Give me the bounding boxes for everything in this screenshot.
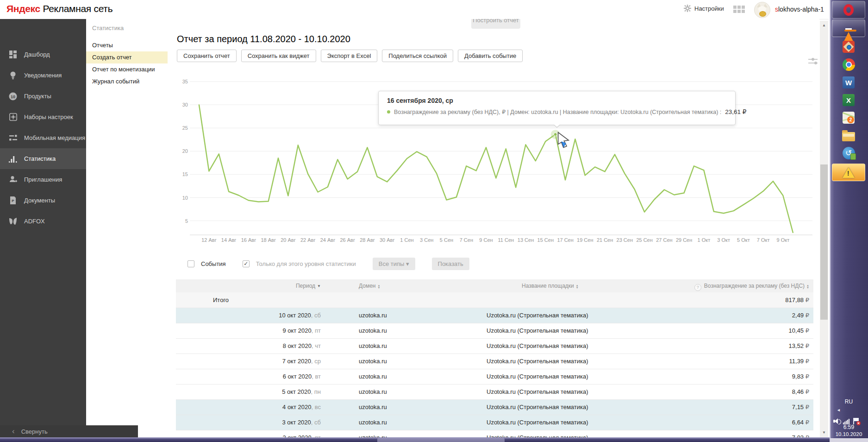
sidebar-item-products[interactable]: 10 Продукты <box>0 86 86 107</box>
adfox-icon <box>8 217 18 226</box>
clock-date[interactable]: 10.10.2020 <box>830 431 868 437</box>
cell-platform: Uzotoka.ru (Строительная тематика) <box>487 354 588 369</box>
scroll-down-arrow[interactable]: ▼ <box>820 429 828 436</box>
chart-settings-sliders-icon[interactable] <box>808 57 818 65</box>
2gis-icon[interactable]: 2 <box>842 111 856 125</box>
events-bar: События ✓ Только для этого уровня статис… <box>187 258 469 270</box>
cell-domain: uzotoka.ru <box>359 415 387 430</box>
scrollbar-thumb[interactable] <box>820 164 828 320</box>
submenu-item-monetization-report[interactable]: Отчет по монетизации <box>86 63 168 76</box>
save-report-button[interactable]: Сохранить отчет <box>177 50 237 62</box>
submenu-item-event-log[interactable]: Журнал событий <box>86 76 168 88</box>
submenu-item-create-report[interactable]: Создать отчет <box>86 51 168 63</box>
svg-text:15 Сен: 15 Сен <box>537 237 554 243</box>
clock-time[interactable]: 6:59 <box>830 424 868 430</box>
svg-text:5: 5 <box>185 218 188 224</box>
yandex-logo[interactable]: Яндекс Рекламная сеть <box>6 3 112 14</box>
vlc-taskbar-button[interactable] <box>832 19 865 37</box>
cell-platform: Uzotoka.ru (Строительная тематика) <box>487 400 588 415</box>
submenu-item-reports[interactable]: Отчеты <box>86 39 168 51</box>
sidebar-collapse-button[interactable]: ‹ Свернуть <box>0 425 138 437</box>
table-row: 9 окт 2020, птuzotoka.ruUzotoka.ru (Стро… <box>176 323 813 338</box>
avatar[interactable] <box>754 2 770 18</box>
cell-period: 9 окт 2020, пт <box>176 323 321 338</box>
settings-button[interactable]: Настройки <box>684 5 724 12</box>
only-level-label: Только для этого уровня статистики <box>256 260 356 267</box>
sidebar-item-documents[interactable]: P Документы <box>0 190 86 211</box>
chrome-icon[interactable] <box>842 57 856 71</box>
svg-text:19 Сен: 19 Сен <box>577 237 593 243</box>
bar-chart-icon <box>8 154 18 164</box>
bottom-taskbar-button[interactable] <box>377 438 505 442</box>
column-platform[interactable]: Название площадки▲▼ <box>522 279 579 292</box>
cell-domain: uzotoka.ru <box>359 339 387 354</box>
services-grid-icon[interactable] <box>733 6 745 13</box>
only-level-checkbox[interactable]: ✓ <box>243 260 250 267</box>
svg-text:1 Окт: 1 Окт <box>698 237 711 243</box>
sidebar-item-settings-sets[interactable]: Наборы настроек <box>0 107 86 127</box>
svg-text:17 Сен: 17 Сен <box>557 237 573 243</box>
svg-text:30: 30 <box>182 102 188 107</box>
event-type-dropdown[interactable]: Все типы ▾ <box>373 258 415 270</box>
document-icon: P <box>8 196 18 205</box>
sort-icon: ▲▼ <box>576 284 579 289</box>
app-header: Яндекс Рекламная сеть Настройки slokhovs… <box>0 0 829 19</box>
tooltip-series-label: Вознаграждение за рекламу (без НДС), ₽ |… <box>394 108 721 115</box>
save-as-widget-button[interactable]: Сохранить как виджет <box>241 50 316 62</box>
settings-box-icon <box>8 113 18 122</box>
tooltip-value: 23,61 ₽ <box>725 108 746 115</box>
total-label: Итого <box>213 292 229 308</box>
cell-period: 7 окт 2020, ср <box>176 354 321 369</box>
sidebar-item-mobile-mediation[interactable]: Мобильная медиация <box>0 127 86 148</box>
help-icon[interactable]: ? <box>694 284 701 291</box>
scroll-up-arrow[interactable]: ▲ <box>820 22 828 29</box>
warning-notification-button[interactable] <box>832 164 865 181</box>
sidebar-item-statistics[interactable]: Статистика <box>0 148 86 169</box>
export-excel-button[interactable]: Экспорт в Excel <box>321 50 378 62</box>
sidebar-item-dashboard[interactable]: Дашборд <box>0 44 86 65</box>
column-period[interactable]: Период▼ <box>176 279 321 293</box>
svg-text:10: 10 <box>11 94 15 99</box>
report-actions: Сохранить отчет Сохранить как виджет Экс… <box>177 50 523 62</box>
volume-icon[interactable] <box>833 418 840 424</box>
svg-text:16 Авг: 16 Авг <box>241 237 256 243</box>
share-link-button[interactable]: Поделиться ссылкой <box>382 50 453 62</box>
add-event-button[interactable]: Добавить событие <box>458 50 523 62</box>
cell-value: 2,49 ₽ <box>792 308 809 323</box>
sidebar-item-invitations[interactable]: Приглашения <box>0 169 86 190</box>
action-center-flag-icon[interactable]: ✕ <box>853 418 859 424</box>
events-checkbox[interactable] <box>187 260 194 267</box>
page-scrollbar[interactable]: ▲ ▼ <box>820 21 828 437</box>
sidebar: Дашборд Уведомления 10 Продукты Наборы н… <box>0 19 86 437</box>
cell-value: 7,15 ₽ <box>792 400 809 415</box>
word-icon[interactable]: W <box>842 76 856 89</box>
report-table: Период▼ Домен▲▼ Название площадки▲▼ ?Воз… <box>176 279 813 442</box>
excel-icon[interactable]: X <box>842 93 856 107</box>
image-viewer-icon[interactable] <box>842 40 856 54</box>
svg-text:23 Сен: 23 Сен <box>617 237 633 243</box>
opera-taskbar-button[interactable] <box>832 1 865 19</box>
download-manager-icon[interactable]: ↺ <box>842 146 856 160</box>
column-domain[interactable]: Домен▲▼ <box>359 279 380 292</box>
file-explorer-icon[interactable] <box>842 128 856 142</box>
table-total-row: Итого 817,88 ₽ <box>176 292 813 308</box>
show-events-button[interactable]: Показать <box>432 258 469 270</box>
svg-text:12 Авг: 12 Авг <box>201 237 216 243</box>
build-report-button[interactable]: Построить отчет <box>471 19 520 29</box>
column-reward[interactable]: ?Вознаграждение за рекламу (без НДС)▲▼ <box>694 279 809 292</box>
table-row: 4 окт 2020, всuzotoka.ruUzotoka.ru (Стро… <box>176 399 813 415</box>
language-indicator[interactable]: RU <box>830 398 868 405</box>
svg-text:20: 20 <box>182 148 188 154</box>
show-desktop-button[interactable] <box>831 438 868 442</box>
windows-taskbar: W X 2 ↺ RU ◄ ✕ 6:59 10.10.2020 <box>830 0 868 442</box>
svg-text:9 Окт: 9 Окт <box>777 237 790 243</box>
products-badge-icon: 10 <box>8 92 18 101</box>
cell-domain: uzotoka.ru <box>359 308 387 323</box>
sidebar-item-notifications[interactable]: Уведомления <box>0 65 86 86</box>
sort-icon: ▲▼ <box>806 284 809 289</box>
svg-text:7 Сен: 7 Сен <box>460 237 473 243</box>
tray-expand-arrow[interactable]: ◄ <box>819 408 858 412</box>
sidebar-item-adfox[interactable]: ADFOX <box>0 211 86 232</box>
username[interactable]: slokhovs-alpha-1 <box>775 6 824 13</box>
settings-label: Настройки <box>694 5 724 12</box>
